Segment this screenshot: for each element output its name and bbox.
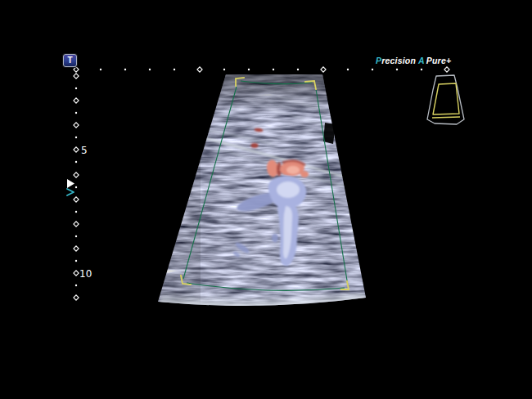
focus-marker-icon [67,179,74,188]
ruler-tick-minor [347,69,349,70]
ruler-tick-minor [75,137,77,138]
ruler-tick-major [74,295,79,300]
ruler-tick-major [197,67,202,72]
precision-text: recision [381,56,416,65]
ruler-tick-minor [75,161,77,163]
scan-scene: 510 [0,0,532,399]
ruler-tick-major [74,123,79,128]
ultrasound-screen: 510 [0,0,532,399]
ruler-tick-major [74,246,79,251]
ruler-tick-minor [124,69,126,70]
ruler-tick-major [74,74,79,78]
far-field-band [160,296,366,305]
ruler-tick-minor [396,69,398,70]
scan-image [151,74,366,307]
steer-chevron-icon [67,189,74,195]
lateral-shadow [151,74,201,307]
orientation-t-marker: T [63,54,77,67]
ruler-tick-minor [174,69,175,70]
ruler-tick-major [444,67,449,72]
ruler-tick-minor [100,69,101,70]
ruler-tick-major [74,271,79,276]
depth-label: 10 [79,268,92,280]
ruler-tick-minor [75,260,77,262]
mode-label-precision: Precision [376,56,416,65]
ruler-tick-minor [421,69,422,70]
ruler-tick-minor [372,69,373,70]
ruler-tick-minor [75,235,77,237]
probe-orientation-icon [427,75,464,124]
ruler-tick-major [74,147,79,152]
ruler-tick-major [74,67,79,72]
ruler-tick-major [321,67,326,72]
ruler-tick-minor [273,69,274,70]
mode-label-pure: APure+ [418,56,451,65]
ruler-tick-minor [248,69,250,70]
ruler-tick-minor [75,186,77,188]
ruler-tick-minor [75,112,77,114]
ruler-tick-minor [75,211,77,213]
near-field-shadow [209,74,340,114]
ruler-tick-major [74,222,79,226]
ruler-tick-major [74,173,79,177]
pure-prefix: A [418,56,425,65]
ruler-tick-minor [149,69,151,70]
pure-text: Pure+ [426,56,451,65]
ruler-tick-major [74,197,79,202]
depth-label: 5 [81,145,88,156]
ruler-tick-minor [297,69,299,70]
ruler-tick-minor [75,87,77,89]
ruler-tick-major [74,98,79,103]
ruler-tick-minor [75,285,77,286]
ruler-tick-minor [223,69,225,70]
